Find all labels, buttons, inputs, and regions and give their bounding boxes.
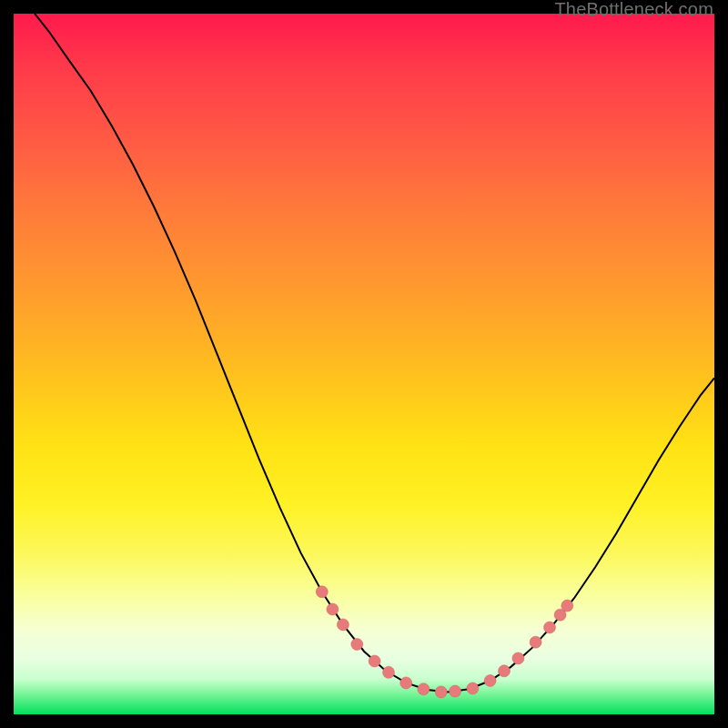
data-marker [435, 686, 447, 698]
chart-frame [14, 14, 714, 714]
data-marker [316, 586, 328, 598]
data-marker [530, 636, 541, 648]
bottleneck-curve-plot [14, 14, 714, 714]
data-marker [484, 675, 496, 687]
watermark-text: TheBottleneck.com [554, 0, 713, 20]
data-marker [561, 600, 573, 612]
data-marker [450, 685, 461, 697]
data-marker [383, 666, 395, 678]
data-marker [467, 682, 479, 694]
data-marker [499, 665, 511, 677]
data-marker [337, 619, 349, 631]
data-marker [369, 655, 380, 667]
data-marker [512, 652, 524, 664]
data-marker [327, 603, 339, 615]
curve-line [35, 14, 714, 692]
data-marker [351, 639, 363, 651]
curve-markers [316, 586, 573, 698]
data-marker [400, 677, 412, 689]
data-marker [544, 622, 556, 633]
data-marker [418, 683, 430, 695]
